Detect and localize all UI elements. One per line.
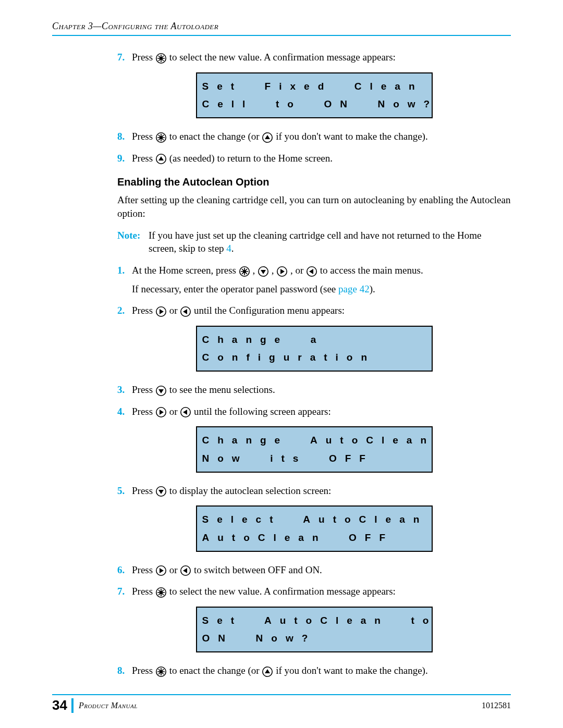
- left-icon: [307, 266, 317, 277]
- chapter-header: Chapter 3—Configuring the Autoloader: [52, 21, 511, 32]
- page-footer: 34 Product Manual 1012581: [52, 690, 511, 713]
- step-number: 8.: [117, 130, 132, 143]
- down-icon: [258, 266, 268, 277]
- text: to select the new value. A confirmation …: [169, 52, 396, 63]
- select-icon: [239, 266, 250, 277]
- page-number: 34: [52, 697, 67, 713]
- step-text: Press to select the new value. A confirm…: [132, 51, 511, 64]
- text: until the following screen appears:: [194, 406, 331, 417]
- step-number: 6.: [117, 563, 132, 577]
- text: to see the menu selections.: [169, 384, 275, 395]
- note-text: If you have just set up the cleaning car…: [149, 229, 511, 255]
- select-icon: [156, 132, 166, 143]
- text: .: [231, 243, 234, 254]
- step-text: At the Home screen, press , , , or to ac…: [132, 264, 511, 295]
- text: or: [169, 305, 180, 316]
- text: to display the autoclean selection scree…: [169, 485, 332, 496]
- step-number: 8.: [117, 664, 132, 677]
- text: or: [169, 406, 180, 417]
- text: Press: [132, 586, 155, 597]
- up-icon: [156, 154, 166, 164]
- step-number: 5.: [117, 484, 132, 498]
- text: Press: [132, 384, 155, 395]
- step-text: Press or until the following screen appe…: [132, 405, 511, 418]
- step-5: 5. Press to display the autoclean select…: [117, 484, 511, 498]
- text: to switch between OFF and ON.: [194, 564, 322, 575]
- step-number: 1.: [117, 264, 132, 295]
- text: Press: [132, 485, 155, 496]
- up-icon: [262, 132, 273, 143]
- text: to enact the change (or: [169, 665, 262, 676]
- step-link[interactable]: 4: [226, 243, 231, 254]
- text: Press: [132, 564, 155, 575]
- step-8: 8. Press to enact the change (or if you …: [117, 664, 511, 677]
- section-intro: After setting up the cleaning cartridge …: [117, 193, 511, 220]
- select-icon: [156, 667, 166, 677]
- step-text: Press to enact the change (or if you don…: [132, 664, 511, 677]
- text: until the Configuration menu appears:: [194, 305, 345, 316]
- text: to enact the change (or: [169, 131, 262, 142]
- lcd-display-2: Change a Configuration: [196, 326, 433, 372]
- note-label: Note:: [117, 229, 149, 255]
- footer-accent-bar: [71, 698, 74, 713]
- step-6: 6. Press or to switch between OFF and ON…: [117, 563, 511, 577]
- step-text: Press to display the autoclean selection…: [132, 484, 511, 498]
- left-icon: [180, 407, 191, 417]
- step-number: 9.: [117, 152, 132, 165]
- step-number: 2.: [117, 304, 132, 317]
- text: If you have just set up the cleaning car…: [149, 230, 481, 254]
- footer-rule: [52, 694, 511, 695]
- document-number: 1012581: [482, 701, 511, 710]
- text: At the Home screen, press: [132, 265, 239, 276]
- step-8-top: 8. Press to enact the change (or if you …: [117, 130, 511, 143]
- lcd-display-3: Change AutoClean Now its OFF: [196, 426, 433, 472]
- step-text: Press (as needed) to return to the Home …: [132, 152, 511, 165]
- text: Press: [132, 305, 155, 316]
- left-icon: [180, 306, 191, 317]
- text: to select the new value. A confirmation …: [169, 586, 396, 597]
- text: Press: [132, 665, 155, 676]
- text: Press: [132, 52, 155, 63]
- header-rule: [52, 35, 511, 36]
- step-text: Press or until the Configuration menu ap…: [132, 304, 511, 317]
- down-icon: [156, 486, 166, 497]
- step-1: 1. At the Home screen, press , , , or to…: [117, 264, 511, 295]
- step-number: 3.: [117, 383, 132, 397]
- step-9-top: 9. Press (as needed) to return to the Ho…: [117, 152, 511, 165]
- step-7: 7. Press to select the new value. A conf…: [117, 585, 511, 598]
- step-number: 4.: [117, 405, 132, 418]
- step-number: 7.: [117, 51, 132, 64]
- text: (as needed) to return to the Home screen…: [169, 153, 333, 164]
- text: to access the main menus.: [320, 265, 423, 276]
- text: if you don't want to make the change).: [276, 665, 428, 676]
- text: or: [169, 564, 180, 575]
- text: ).: [370, 283, 375, 294]
- lcd-display-4: Select AutoClean AutoClean OFF: [196, 505, 433, 551]
- select-icon: [156, 53, 166, 64]
- right-icon: [156, 407, 166, 417]
- text: Press: [132, 406, 155, 417]
- note: Note: If you have just set up the cleani…: [117, 229, 511, 255]
- step-text: Press to see the menu selections.: [132, 383, 511, 397]
- text: if you don't want to make the change).: [276, 131, 428, 142]
- up-icon: [262, 667, 273, 677]
- right-icon: [156, 306, 166, 317]
- step-text: Press to enact the change (or if you don…: [132, 130, 511, 143]
- main-content: 7. Press to select the new value. A conf…: [117, 51, 511, 677]
- right-icon: [277, 266, 287, 277]
- step-3: 3. Press to see the menu selections.: [117, 383, 511, 397]
- page-link[interactable]: page 42: [338, 283, 370, 294]
- text: ,: [272, 265, 277, 276]
- product-manual-label: Product Manual: [79, 701, 138, 710]
- text: , or: [290, 265, 306, 276]
- section-heading: Enabling the Autoclean Option: [117, 176, 511, 188]
- text: ,: [252, 265, 258, 276]
- text: Press: [132, 153, 155, 164]
- step-4: 4. Press or until the following screen a…: [117, 405, 511, 418]
- step-text: Press or to switch between OFF and ON.: [132, 563, 511, 577]
- step-7-top: 7. Press to select the new value. A conf…: [117, 51, 511, 64]
- select-icon: [156, 587, 166, 598]
- step-number: 7.: [117, 585, 132, 598]
- step-text: Press to select the new value. A confirm…: [132, 585, 511, 598]
- left-icon: [180, 565, 191, 576]
